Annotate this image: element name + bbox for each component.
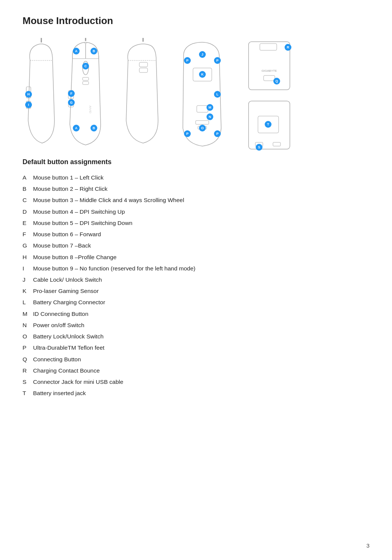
svg-text:P: P xyxy=(216,59,219,62)
svg-rect-55 xyxy=(249,42,290,90)
assignment-letter: E xyxy=(23,217,33,229)
assignment-description: Mouse button 2 – Right Click xyxy=(33,183,107,195)
assignment-description: Ultra-DurableTM Teflon feet xyxy=(33,342,104,353)
assignment-letter: Q xyxy=(23,354,33,365)
assignment-letter: A xyxy=(23,172,33,183)
svg-text:O: O xyxy=(201,126,204,130)
svg-text:C: C xyxy=(84,64,87,68)
assignment-description: ID Connecting Button xyxy=(33,308,88,320)
page-number: 3 xyxy=(366,542,369,549)
svg-rect-9 xyxy=(83,82,89,85)
mouse-diagram-area: H I A B C A B F xyxy=(23,38,369,154)
assignment-description: Mouse button 3 – Middle Click and 4 ways… xyxy=(33,195,184,206)
svg-rect-29 xyxy=(139,68,148,72)
svg-rect-28 xyxy=(139,62,148,67)
assignment-description: Connecting Button xyxy=(33,354,81,365)
assignments-heading: Default button assignments xyxy=(23,158,369,166)
assignment-description: Mouse button 9 – No function (reserved f… xyxy=(33,263,196,274)
svg-text:A: A xyxy=(75,126,78,130)
svg-text:N: N xyxy=(209,115,211,119)
list-item: GMouse button 7 –Back xyxy=(23,240,369,251)
assignment-description: Mouse button 6 – Forward xyxy=(33,229,101,240)
svg-text:P: P xyxy=(186,132,188,136)
list-item: BMouse button 2 – Right Click xyxy=(23,183,369,195)
assignment-letter: M xyxy=(23,308,33,320)
assignment-letter: J xyxy=(23,274,33,285)
svg-text:T: T xyxy=(267,122,269,126)
assignment-description: Battery Charging Connector xyxy=(33,297,105,308)
assignment-description: Mouse button 5 – DPI Switching Down xyxy=(33,217,133,229)
svg-text:J: J xyxy=(201,53,203,56)
svg-text:K: K xyxy=(201,72,204,76)
mouse-view-top: A B C A B F G AIVID xyxy=(63,38,118,154)
assignment-letter: C xyxy=(23,195,33,206)
assignment-letter: B xyxy=(23,183,33,195)
list-item: EMouse button 5 – DPI Switching Down xyxy=(23,217,369,229)
list-item: NPower on/off Switch xyxy=(23,320,369,331)
list-item: CMouse button 3 – Middle Click and 4 way… xyxy=(23,195,369,206)
list-item: DMouse button 4 – DPI Switching Up xyxy=(23,206,369,217)
mouse-small-views: GIGABYTE R Q T S xyxy=(245,38,294,153)
list-item: KPro-laser Gaming Sensor xyxy=(23,285,369,297)
svg-text:Q: Q xyxy=(275,79,278,83)
assignment-letter: I xyxy=(23,263,33,274)
assignment-description: Mouse button 1 – Left Click xyxy=(33,172,104,183)
svg-text:R: R xyxy=(287,45,289,49)
assignment-description: Mouse button 7 –Back xyxy=(33,240,91,251)
dongle-bottom-view: T S xyxy=(245,97,294,153)
assignment-letter: L xyxy=(23,297,33,308)
svg-text:A: A xyxy=(75,49,78,53)
assignment-description: Charging Contact Bounce xyxy=(33,365,100,376)
list-item: TBattery inserted jack xyxy=(23,388,369,399)
svg-rect-32 xyxy=(197,106,208,112)
assignment-letter: D xyxy=(23,206,33,217)
list-item: AMouse button 1 – Left Click xyxy=(23,172,369,183)
svg-text:M: M xyxy=(208,106,211,109)
list-item: FMouse button 6 – Forward xyxy=(23,229,369,240)
assignment-letter: F xyxy=(23,229,33,240)
svg-text:B: B xyxy=(93,49,95,53)
assignment-list: AMouse button 1 – Left ClickBMouse butto… xyxy=(23,172,369,399)
assignment-description: Battery Lock/Unlock Switch xyxy=(33,331,104,342)
list-item: RCharging Contact Bounce xyxy=(23,365,369,376)
assignment-description: Cable Lock/ Unlock Switch xyxy=(33,274,102,285)
dongle-top-view: GIGABYTE R Q xyxy=(245,38,294,94)
assignments-section: Default button assignments AMouse button… xyxy=(23,158,369,399)
list-item: IMouse button 9 – No function (reserved … xyxy=(23,263,369,274)
assignment-letter: N xyxy=(23,320,33,331)
svg-text:P: P xyxy=(186,59,188,62)
svg-text:I: I xyxy=(28,103,29,107)
mouse-view-side-right xyxy=(121,38,169,154)
assignment-letter: K xyxy=(23,285,33,297)
list-item: MID Connecting Button xyxy=(23,308,369,320)
assignment-letter: T xyxy=(23,388,33,399)
assignment-description: Connector Jack for mini USB cable xyxy=(33,376,123,388)
svg-text:P: P xyxy=(216,132,219,136)
svg-text:L: L xyxy=(216,92,219,96)
assignment-description: Mouse button 4 – DPI Switching Up xyxy=(33,206,125,217)
assignment-letter: R xyxy=(23,365,33,376)
svg-text:B: B xyxy=(93,126,95,130)
list-item: LBattery Charging Connector xyxy=(23,297,369,308)
assignment-letter: H xyxy=(23,252,33,263)
svg-rect-66 xyxy=(273,142,280,146)
svg-text:GIGABYTE: GIGABYTE xyxy=(262,69,277,72)
assignment-letter: O xyxy=(23,331,33,342)
page-title: Mouse Introduction xyxy=(23,15,369,27)
list-item: OBattery Lock/Unlock Switch xyxy=(23,331,369,342)
svg-text:AIVID: AIVID xyxy=(89,106,92,113)
list-item: SConnector Jack for mini USB cable xyxy=(23,376,369,388)
assignment-letter: P xyxy=(23,342,33,353)
list-item: QConnecting Button xyxy=(23,354,369,365)
svg-rect-33 xyxy=(196,121,209,124)
svg-rect-8 xyxy=(83,77,89,80)
assignment-letter: S xyxy=(23,376,33,388)
svg-text:G: G xyxy=(70,101,72,104)
assignment-description: Pro-laser Gaming Sensor xyxy=(33,285,99,297)
list-item: HMouse button 8 –Profile Change xyxy=(23,252,369,263)
mouse-view-bottom: J K L M N O P P P P xyxy=(172,38,242,154)
svg-text:S: S xyxy=(258,145,260,149)
mouse-view-left: H I xyxy=(23,38,60,154)
list-item: JCable Lock/ Unlock Switch xyxy=(23,274,369,285)
svg-rect-56 xyxy=(260,44,277,50)
